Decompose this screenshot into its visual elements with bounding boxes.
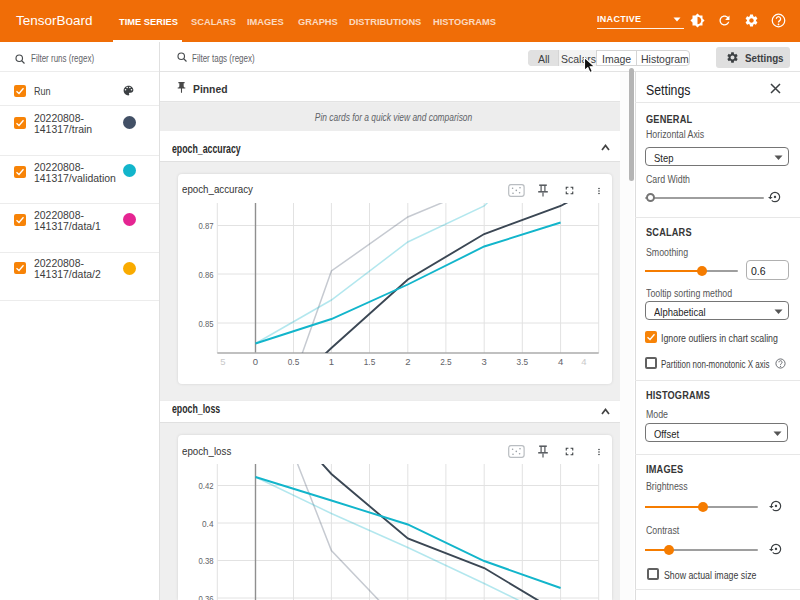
svg-text:1: 1 <box>329 356 334 367</box>
svg-text:0.4: 0.4 <box>202 517 214 528</box>
svg-text:0.42: 0.42 <box>199 480 214 491</box>
svg-text:0.87: 0.87 <box>199 220 214 231</box>
svg-text:4: 4 <box>558 356 563 367</box>
svg-text:0.5: 0.5 <box>288 356 300 367</box>
svg-text:0.86: 0.86 <box>199 269 214 280</box>
svg-text:2.5: 2.5 <box>440 356 452 367</box>
svg-text:0.85: 0.85 <box>199 318 214 329</box>
svg-text:5: 5 <box>220 356 225 367</box>
svg-text:0.36: 0.36 <box>199 592 214 600</box>
svg-text:4: 4 <box>581 356 586 367</box>
svg-text:1.5: 1.5 <box>364 356 376 367</box>
svg-text:0.38: 0.38 <box>199 555 214 566</box>
svg-text:3: 3 <box>482 356 487 367</box>
svg-text:2: 2 <box>405 356 410 367</box>
svg-text:3.5: 3.5 <box>517 356 529 367</box>
svg-text:0: 0 <box>253 356 258 367</box>
